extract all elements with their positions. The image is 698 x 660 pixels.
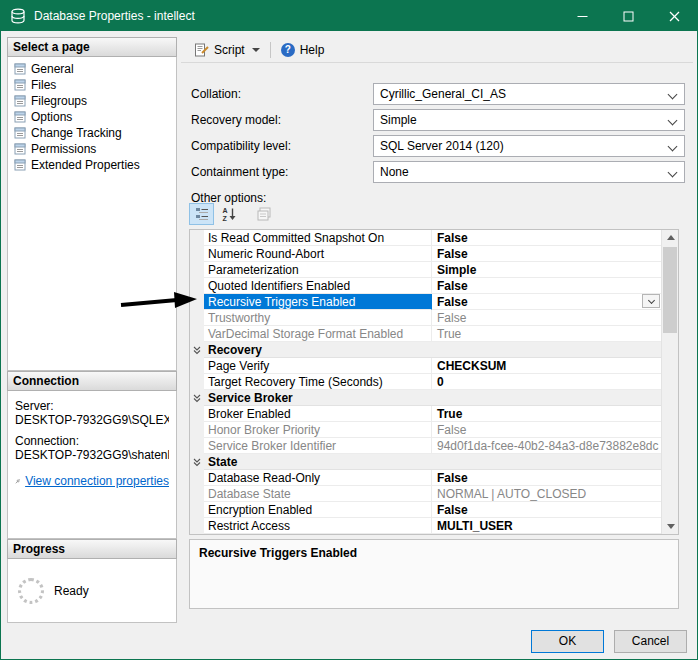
property-name[interactable]: Broker Enabled (204, 406, 432, 422)
property-value[interactable]: MULTI_USER (432, 518, 661, 534)
row-margin (190, 294, 204, 310)
property-row[interactable]: Trustworthy False (190, 310, 661, 326)
property-row[interactable]: Target Recovery Time (Seconds) 0 (190, 374, 661, 390)
connection-panel: Server: DESKTOP-7932GG9\SQLEXPRESS Conne… (7, 391, 177, 539)
property-name[interactable]: Page Verify (204, 358, 432, 374)
property-name[interactable]: Numeric Round-Abort (204, 246, 432, 262)
property-name[interactable]: Restrict Access (204, 518, 432, 534)
sidebar-item-change-tracking[interactable]: Change Tracking (8, 125, 176, 141)
property-row[interactable]: Broker Enabled True (190, 406, 661, 422)
scroll-down-button[interactable] (662, 519, 679, 534)
sidebar-item-label: Options (31, 110, 72, 124)
cancel-button[interactable]: Cancel (614, 630, 687, 653)
property-name[interactable]: Database Read-Only (204, 470, 432, 486)
property-name[interactable]: Recursive Triggers Enabled (204, 294, 432, 310)
property-row[interactable]: Database Read-Only False (190, 470, 661, 486)
help-button[interactable]: ? Help (276, 41, 330, 59)
sidebar-item-extended-properties[interactable]: Extended Properties (8, 157, 176, 173)
maximize-button[interactable] (605, 1, 651, 31)
close-button[interactable] (651, 1, 697, 31)
property-value[interactable]: False (432, 422, 661, 438)
property-name[interactable]: Target Recovery Time (Seconds) (204, 374, 432, 390)
property-row[interactable]: Honor Broker Priority False (190, 422, 661, 438)
alphabetical-sort-button[interactable]: A Z (216, 203, 241, 225)
property-value[interactable]: True (432, 326, 661, 342)
row-margin (190, 454, 204, 470)
property-value[interactable]: 0 (432, 374, 661, 390)
categorized-icon (195, 207, 209, 221)
database-properties-dialog: Database Properties - intellect Select a… (0, 0, 698, 660)
scroll-up-button[interactable] (662, 230, 679, 245)
triangle-down-icon (667, 524, 675, 529)
property-name[interactable]: Quoted Identifiers Enabled (204, 278, 432, 294)
row-margin (190, 278, 204, 294)
script-icon (194, 43, 209, 57)
compatibility-level-select[interactable]: SQL Server 2014 (120) (373, 135, 685, 157)
property-value[interactable]: CHECKSUM (432, 358, 661, 374)
row-margin (190, 502, 204, 518)
property-name[interactable]: Service Broker Identifier (204, 438, 432, 454)
property-name[interactable]: Parameterization (204, 262, 432, 278)
sidebar-item-general[interactable]: General (8, 61, 176, 77)
maximize-icon (623, 11, 634, 22)
property-value[interactable]: False (432, 230, 661, 246)
category-row-service-broker[interactable]: Service Broker (190, 390, 661, 406)
property-value[interactable]: False (432, 502, 661, 518)
dropdown-caret-icon (252, 48, 260, 52)
recovery-model-select[interactable]: Simple (373, 109, 685, 131)
property-name[interactable]: Trustworthy (204, 310, 432, 326)
category-row-state[interactable]: State (190, 454, 661, 470)
collation-select[interactable]: Cyrillic_General_CI_AS (373, 83, 685, 105)
server-value: DESKTOP-7932GG9\SQLEXPRESS (15, 413, 169, 427)
ok-button[interactable]: OK (531, 630, 604, 653)
property-name[interactable]: Database State (204, 486, 432, 502)
minimize-button[interactable] (559, 1, 605, 31)
script-label: Script (214, 43, 245, 57)
containment-type-select[interactable]: None (373, 161, 685, 183)
property-name[interactable]: Is Read Committed Snapshot On (204, 230, 432, 246)
property-value[interactable]: 94d0f1da-fcee-40b2-84a3-d8e73882e8dc (432, 438, 661, 454)
property-value[interactable]: False (432, 278, 661, 294)
view-connection-properties-link[interactable]: View connection properties (25, 474, 169, 488)
property-name[interactable]: Encryption Enabled (204, 502, 432, 518)
property-row[interactable]: Numeric Round-Abort False (190, 246, 661, 262)
sidebar-item-label: Filegroups (31, 94, 87, 108)
sidebar-item-files[interactable]: Files (8, 77, 176, 93)
property-name[interactable]: VarDecimal Storage Format Enabled (204, 326, 432, 342)
property-value[interactable]: False (432, 470, 661, 486)
property-value[interactable]: False (432, 294, 661, 310)
property-value[interactable]: NORMAL | AUTO_CLOSED (432, 486, 661, 502)
property-row[interactable]: Is Read Committed Snapshot On False (190, 230, 661, 246)
property-row[interactable]: Encryption Enabled False (190, 502, 661, 518)
property-row[interactable]: Quoted Identifiers Enabled False (190, 278, 661, 294)
sidebar-item-options[interactable]: Options (8, 109, 176, 125)
property-row[interactable]: Restrict Access MULTI_USER (190, 518, 661, 534)
value-dropdown-button[interactable] (642, 294, 660, 308)
property-pages-button[interactable] (251, 203, 276, 225)
property-row[interactable]: Page Verify CHECKSUM (190, 358, 661, 374)
row-margin (190, 390, 204, 406)
sidebar-item-filegroups[interactable]: Filegroups (8, 93, 176, 109)
sidebar-item-permissions[interactable]: Permissions (8, 141, 176, 157)
progress-header: Progress (7, 539, 177, 559)
property-row[interactable]: Parameterization Simple (190, 262, 661, 278)
categorized-button[interactable] (189, 203, 214, 225)
property-value[interactable]: False (432, 246, 661, 262)
row-margin (190, 422, 204, 438)
property-row[interactable]: Service Broker Identifier 94d0f1da-fcee-… (190, 438, 661, 454)
property-value[interactable]: Simple (432, 262, 661, 278)
property-row[interactable]: Database State NORMAL | AUTO_CLOSED (190, 486, 661, 502)
page-icon (14, 63, 26, 75)
property-name[interactable]: Honor Broker Priority (204, 422, 432, 438)
vertical-scrollbar[interactable] (661, 230, 678, 534)
script-button[interactable]: Script (189, 41, 265, 59)
property-value[interactable]: False (432, 310, 661, 326)
collation-label: Collation: (191, 87, 241, 101)
category-row-recovery[interactable]: Recovery (190, 342, 661, 358)
row-margin (190, 358, 204, 374)
row-margin (190, 246, 204, 262)
property-value[interactable]: True (432, 406, 661, 422)
property-row-recursive-triggers-enabled-selected[interactable]: Recursive Triggers Enabled False (190, 294, 661, 310)
scrollbar-thumb[interactable] (663, 247, 677, 333)
property-row[interactable]: VarDecimal Storage Format Enabled True (190, 326, 661, 342)
